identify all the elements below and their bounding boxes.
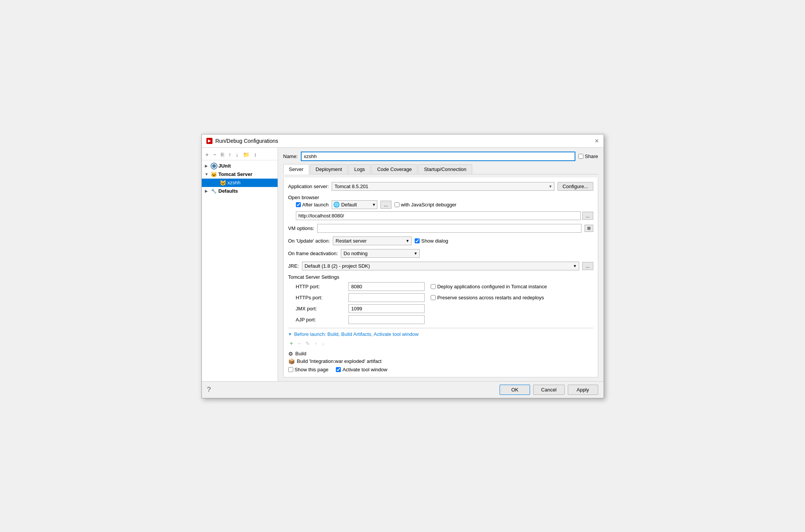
deploy-apps-checkbox[interactable] (431, 284, 436, 289)
tab-deployment[interactable]: Deployment (310, 164, 348, 174)
url-input[interactable] (296, 211, 581, 220)
jre-row: JRE: Default (1.8 (2) - project SDK) ▼ .… (288, 262, 593, 270)
close-button[interactable]: × (595, 137, 599, 144)
name-label: Name: (283, 153, 298, 159)
deploy-apps-text: Deploy applications configured in Tomcat… (437, 284, 547, 289)
browser-select[interactable]: Default Chrome Firefox (332, 200, 377, 209)
http-port-label: HTTP port: (296, 284, 343, 289)
build-label: Build (295, 351, 307, 356)
js-debugger-text: with JavaScript debugger (401, 202, 457, 208)
sidebar-item-tomcat[interactable]: ▼ 🐱 Tomcat Server (202, 170, 278, 179)
apply-button[interactable]: Apply (568, 385, 598, 395)
build-icon: ⚙ (288, 351, 293, 357)
after-launch-checkbox[interactable] (296, 202, 301, 207)
on-frame-select[interactable]: Do nothing Update resources Update class… (341, 249, 420, 258)
share-label: Share (585, 153, 598, 159)
sidebar-label-tomcat: Tomcat Server (219, 171, 252, 177)
sidebar-item-defaults[interactable]: ▶ 🔧 Defaults (202, 187, 278, 195)
server-settings-grid: HTTP port: Deploy applications configure… (288, 282, 593, 324)
tab-code-coverage[interactable]: Code Coverage (371, 164, 417, 174)
defaults-icon: 🔧 (211, 188, 217, 194)
jre-dots-button[interactable]: ... (582, 262, 593, 270)
on-update-row: On 'Update' action: Restart server Redep… (288, 236, 593, 245)
https-port-label: HTTPs port: (296, 295, 343, 300)
tab-server[interactable]: Server (283, 164, 309, 174)
preserve-sessions-checkbox[interactable] (431, 295, 436, 300)
cancel-button[interactable]: Cancel (533, 385, 564, 395)
title-bar: ▶ Run/Debug Configurations × (202, 134, 604, 148)
app-server-select-wrap: Tomcat 8.5.201 ▼ (332, 182, 554, 191)
name-row: Name: Share (283, 152, 598, 161)
before-launch-header: ▼ Before launch: Build, Build Artifacts,… (288, 331, 593, 337)
folder-button[interactable]: 📁 (241, 151, 251, 158)
http-port-input[interactable] (348, 282, 425, 291)
sidebar: + − ⎘ ↑ ↓ 📁 ↕ ▶ JUnit ▼ (202, 148, 278, 381)
junit-expand-icon: ▶ (205, 164, 209, 168)
vm-options-input[interactable] (317, 224, 581, 233)
app-server-row: Application server: Tomcat 8.5.201 ▼ Con… (288, 182, 593, 191)
remove-config-button[interactable]: − (212, 151, 218, 158)
on-frame-select-wrap: Do nothing Update resources Update class… (341, 249, 420, 258)
app-server-label: Application server: (288, 184, 329, 189)
js-debugger-label[interactable]: with JavaScript debugger (395, 202, 457, 208)
https-port-input[interactable] (348, 293, 425, 302)
main-body: + − ⎘ ↑ ↓ 📁 ↕ ▶ JUnit ▼ (202, 148, 604, 381)
app-icon: ▶ (206, 138, 212, 144)
tabs: Server Deployment Logs Code Coverage Sta… (283, 164, 598, 174)
move-down-button[interactable]: ↓ (234, 151, 240, 158)
url-dots-button[interactable]: ... (582, 212, 593, 220)
after-launch-checkbox-label[interactable]: After launch (296, 202, 329, 208)
name-input[interactable] (301, 152, 575, 161)
browser-row1: After launch 🌐 Default Chrome Firefox ▼ (296, 200, 593, 209)
activate-tool-checkbox[interactable] (336, 367, 341, 372)
bl-down-button[interactable]: ↓ (320, 340, 326, 347)
sidebar-item-junit[interactable]: ▶ JUnit (202, 162, 278, 170)
build-item-build: ⚙ Build (288, 350, 593, 358)
jmx-port-label: JMX port: (296, 306, 343, 312)
sidebar-item-xzshh[interactable]: 🐱 xzshh (202, 179, 278, 187)
jre-select-wrap: Default (1.8 (2) - project SDK) ▼ (302, 262, 579, 270)
bl-add-button[interactable]: + (288, 339, 295, 348)
show-dialog-checkbox[interactable] (415, 238, 420, 243)
share-checkbox[interactable] (578, 154, 583, 159)
tab-startup-connection[interactable]: Startup/Connection (418, 164, 472, 174)
xzshh-icon: 🐱 (220, 180, 226, 186)
show-dialog-label[interactable]: Show dialog (415, 238, 448, 244)
ajp-port-input[interactable] (348, 315, 425, 324)
activate-tool-label[interactable]: Activate tool window (336, 367, 387, 372)
app-server-select[interactable]: Tomcat 8.5.201 (332, 182, 554, 191)
configure-button[interactable]: Configure... (557, 182, 593, 191)
deploy-apps-label[interactable]: Deploy applications configured in Tomcat… (431, 284, 567, 289)
preserve-sessions-label[interactable]: Preserve sessions across restarts and re… (431, 295, 567, 300)
show-page-text: Show this page (295, 367, 329, 372)
show-page-checkbox[interactable] (288, 367, 293, 372)
before-launch-collapse-icon[interactable]: ▼ (288, 332, 292, 336)
on-update-select[interactable]: Restart server Redeploy Update classes a… (333, 236, 412, 245)
sidebar-label-defaults: Defaults (219, 188, 238, 194)
jre-select[interactable]: Default (1.8 (2) - project SDK) (302, 262, 579, 270)
jmx-port-input[interactable] (348, 304, 425, 313)
sort-button[interactable]: ↕ (252, 151, 258, 158)
server-settings-section: Tomcat Server Settings HTTP port: Deploy… (288, 274, 593, 324)
tab-logs[interactable]: Logs (348, 164, 371, 174)
run-debug-dialog: ▶ Run/Debug Configurations × + − ⎘ ↑ ↓ 📁… (201, 134, 604, 398)
vm-options-expand-button[interactable]: ⊞ (585, 225, 593, 232)
help-button[interactable]: ? (207, 386, 211, 394)
preserve-sessions-text: Preserve sessions across restarts and re… (437, 295, 544, 300)
js-debugger-checkbox[interactable] (395, 202, 399, 207)
title-bar-left: ▶ Run/Debug Configurations (206, 138, 278, 144)
add-config-button[interactable]: + (204, 151, 210, 158)
show-page-label[interactable]: Show this page (288, 367, 329, 372)
sidebar-tree: ▶ JUnit ▼ 🐱 Tomcat Server 🐱 xzshh (202, 160, 278, 197)
ok-button[interactable]: OK (500, 385, 530, 395)
right-panel: Name: Share Server Deployment Logs Code … (278, 148, 604, 381)
bl-up-button[interactable]: ↑ (313, 340, 319, 347)
bl-edit-button[interactable]: ✎ (304, 340, 311, 347)
before-launch-toolbar: + − ✎ ↑ ↓ (288, 339, 593, 348)
move-up-button[interactable]: ↑ (227, 151, 233, 158)
bl-remove-button[interactable]: − (296, 340, 302, 347)
sidebar-toolbar: + − ⎘ ↑ ↓ 📁 ↕ (202, 149, 278, 160)
footer-buttons: OK Cancel Apply (500, 385, 598, 395)
browser-dots-button[interactable]: ... (380, 201, 391, 209)
copy-config-button[interactable]: ⎘ (219, 151, 225, 158)
